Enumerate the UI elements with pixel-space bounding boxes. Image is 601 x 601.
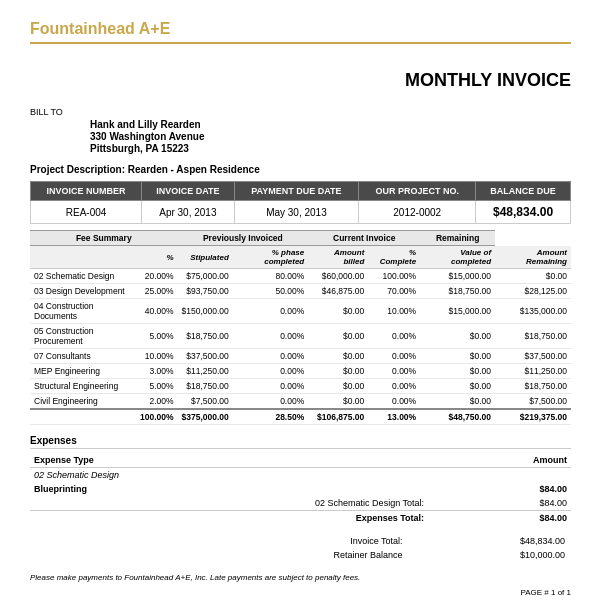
expense-item-row: Blueprinting $84.00: [30, 482, 571, 496]
fee-pct: 2.00%: [136, 394, 178, 410]
fee-label: 02 Schematic Design: [30, 269, 136, 284]
fee-total-pct: 100.00%: [136, 409, 178, 425]
fee-value-completed: $18,750.00: [420, 284, 495, 299]
prev-invoiced-header: Previously Invoiced: [178, 231, 309, 246]
payment-due-date: May 30, 2013: [234, 201, 359, 224]
fee-remaining: $135,000.00: [495, 299, 571, 324]
company-suffix: A+E: [135, 20, 170, 37]
fee-phase-pct: 0.00%: [233, 349, 308, 364]
fee-pct: 5.00%: [136, 379, 178, 394]
fee-remaining: $18,750.00: [495, 379, 571, 394]
col-label: [30, 246, 136, 269]
col-invoice-number: INVOICE NUMBER: [31, 182, 142, 201]
fee-phase-pct: 0.00%: [233, 324, 308, 349]
fee-label: Civil Engineering: [30, 394, 136, 410]
invoice-date: Apr 30, 2013: [142, 201, 234, 224]
expense-subtotal-label: 02 Schematic Design Total:: [30, 496, 428, 511]
col-balance-due: BALANCE DUE: [476, 182, 571, 201]
fee-pct: 10.00%: [136, 349, 178, 364]
fee-phase-pct: 0.00%: [233, 394, 308, 410]
project-description: Project Description: Rearden - Aspen Res…: [30, 164, 571, 175]
expenses-header-row: Expense Type Amount: [30, 453, 571, 468]
fee-value-completed: $0.00: [420, 379, 495, 394]
fee-row: 05 Construction Procurement 5.00% $18,75…: [30, 324, 571, 349]
fee-amount-billed: $46,875.00: [308, 284, 368, 299]
retainer-row: Retainer Balance $10,000.00: [32, 549, 569, 561]
balance-due: $48,834.00: [476, 201, 571, 224]
fee-label: 07 Consultants: [30, 349, 136, 364]
fee-sub-header-row: % Stipulated % phase completed Amount bi…: [30, 246, 571, 269]
fee-amount-billed: $0.00: [308, 379, 368, 394]
company-name: Fountainhead A+E: [30, 20, 170, 38]
client-address1: 330 Washington Avenue: [90, 131, 571, 142]
fee-row: 04 Construction Documents 40.00% $150,00…: [30, 299, 571, 324]
invoice-total-label: Invoice Total:: [32, 535, 407, 547]
expense-type-col: Expense Type: [30, 453, 428, 468]
fee-complete-pct: 0.00%: [368, 324, 420, 349]
fee-pct: 3.00%: [136, 364, 178, 379]
footer-note: Please make payments to Fountainhead A+E…: [30, 573, 571, 582]
fee-row: 03 Design Development 25.00% $93,750.00 …: [30, 284, 571, 299]
fee-remaining: $28,125.00: [495, 284, 571, 299]
fee-label: Structural Engineering: [30, 379, 136, 394]
fee-label: 05 Construction Procurement: [30, 324, 136, 349]
fee-amount-billed: $0.00: [308, 299, 368, 324]
expense-category-amount: [428, 468, 571, 483]
client-name: Hank and Lilly Rearden: [90, 119, 571, 130]
fee-row: Civil Engineering 2.00% $7,500.00 0.00% …: [30, 394, 571, 410]
fee-value-completed: $15,000.00: [420, 299, 495, 324]
fee-complete-pct: 0.00%: [368, 364, 420, 379]
fee-stipulated: $93,750.00: [178, 284, 233, 299]
fee-complete-pct: 10.00%: [368, 299, 420, 324]
fee-remaining: $37,500.00: [495, 349, 571, 364]
expense-amount-col: Amount: [428, 453, 571, 468]
project-desc-value: Rearden - Aspen Residence: [128, 164, 260, 175]
remaining-header: Remaining: [420, 231, 495, 246]
fee-remaining: $18,750.00: [495, 324, 571, 349]
expense-subtotal-amount: $84.00: [428, 496, 571, 511]
col-pct: %: [136, 246, 178, 269]
invoice-totals-table: Invoice Total: $48,834.00 Retainer Balan…: [30, 533, 571, 563]
fee-amount-billed: $0.00: [308, 349, 368, 364]
fee-summary-header: Fee Summary: [30, 231, 178, 246]
fee-stipulated: $7,500.00: [178, 394, 233, 410]
fee-stipulated: $11,250.00: [178, 364, 233, 379]
expenses-table: Expense Type Amount 02 Schematic Design …: [30, 453, 571, 525]
retainer-amount: $10,000.00: [409, 549, 570, 561]
fee-value-completed: $15,000.00: [420, 269, 495, 284]
client-address2: Pittsburgh, PA 15223: [90, 143, 571, 154]
fee-value-completed: $0.00: [420, 349, 495, 364]
col-amount-remaining: Amount Remaining: [495, 246, 571, 269]
invoice-number: REA-004: [31, 201, 142, 224]
fee-phase-pct: 80.00%: [233, 269, 308, 284]
fee-total-value-completed: $48,750.00: [420, 409, 495, 425]
project-no: 2012-0002: [359, 201, 476, 224]
expense-item-amount: $84.00: [428, 482, 571, 496]
fee-stipulated: $18,750.00: [178, 379, 233, 394]
fee-label: MEP Engineering: [30, 364, 136, 379]
col-phase-pct: % phase completed: [233, 246, 308, 269]
fee-pct: 25.00%: [136, 284, 178, 299]
header: Fountainhead A+E: [30, 20, 571, 44]
fee-value-completed: $0.00: [420, 364, 495, 379]
bill-to-label: BILL TO: [30, 107, 571, 117]
fee-row: 02 Schematic Design 20.00% $75,000.00 80…: [30, 269, 571, 284]
invoice-title: MONTHLY INVOICE: [30, 60, 571, 91]
fee-group-header-row: Fee Summary Previously Invoiced Current …: [30, 231, 571, 246]
fee-label: 04 Construction Documents: [30, 299, 136, 324]
fee-stipulated: $150,000.00: [178, 299, 233, 324]
retainer-label: Retainer Balance: [32, 549, 407, 561]
fee-phase-pct: 0.00%: [233, 364, 308, 379]
fee-pct: 5.00%: [136, 324, 178, 349]
invoice-info-table: INVOICE NUMBER INVOICE DATE PAYMENT DUE …: [30, 181, 571, 224]
fee-amount-billed: $0.00: [308, 394, 368, 410]
invoice-total-row: Invoice Total: $48,834.00: [32, 535, 569, 547]
expense-category-row: 02 Schematic Design: [30, 468, 571, 483]
col-value-completed: Value of completed: [420, 246, 495, 269]
col-stipulated: Stipulated: [178, 246, 233, 269]
invoice-total-amount: $48,834.00: [409, 535, 570, 547]
col-project-no: OUR PROJECT NO.: [359, 182, 476, 201]
fee-complete-pct: 0.00%: [368, 379, 420, 394]
fee-complete-pct: 70.00%: [368, 284, 420, 299]
fee-total-label: [30, 409, 136, 425]
